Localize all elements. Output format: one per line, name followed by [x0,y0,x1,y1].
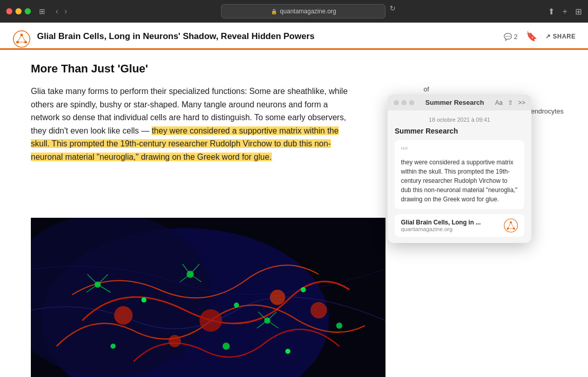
traffic-lights [6,8,31,14]
note-source-url: quantamagazine.org [401,226,499,232]
svg-point-16 [141,297,146,303]
quanta-logo [12,30,31,48]
note-quote-text: they were considered a supportive matrix… [401,158,518,204]
comment-number: 2 [514,33,518,41]
note-notebook-name: Summer Research [395,127,524,135]
caption-prefix: of [424,84,573,95]
article-image [31,218,385,377]
share-note-icon[interactable]: ⇧ [508,99,513,106]
lock-icon: 🔒 [271,9,277,14]
svg-point-18 [234,303,239,308]
toolbar-right: ⬆ ＋ ⊞ [548,6,582,17]
close-button[interactable] [6,8,12,14]
share-icon[interactable]: ⬆ [548,7,555,16]
svg-point-23 [223,343,230,350]
forward-button[interactable]: › [62,6,69,17]
note-dot-2[interactable] [401,100,407,105]
sidebar-toggle-icon[interactable]: ⊞ [39,7,45,15]
note-source-title: Glial Brain Cells, Long in ... [401,219,499,226]
nav-arrows: ‹ › [53,6,69,17]
svg-line-5 [22,35,26,42]
tabs-overview-icon[interactable]: ⊞ [575,7,582,16]
share-label: SHARE [553,33,576,40]
fullscreen-button[interactable] [25,8,31,14]
svg-point-25 [504,219,518,232]
article-header: Glial Brain Cells, Long in Neurons' Shad… [0,23,588,50]
svg-line-29 [508,222,511,229]
article-header-left: Glial Brain Cells, Long in Neurons' Shad… [12,30,315,48]
article-content: More Than Just 'Glue' Glia take many for… [0,50,380,176]
note-panel: Summer Research Aa ⇧ >> 18 octobre 2021 … [388,95,531,243]
note-panel-dots [394,100,414,105]
minimize-button[interactable] [15,8,22,14]
svg-point-22 [111,344,116,349]
svg-line-4 [17,35,22,42]
note-source-logo [504,218,518,233]
note-date: 18 octobre 2021 à 09:41 [395,117,524,123]
title-bar: ⊞ ‹ › 🔒 quantamagazine.org ↻ ⬆ ＋ ⊞ [0,0,588,23]
article-container: Glial Brain Cells, Long in Neurons' Shad… [0,23,588,377]
article-header-right: 💬 2 🔖 ↗ SHARE [504,31,576,47]
note-panel-title: Summer Research [418,99,491,106]
svg-line-30 [511,222,514,229]
note-panel-body: 18 octobre 2021 à 09:41 Summer Research … [388,110,531,243]
note-quote-block: ““ they were considered a supportive mat… [395,140,524,209]
comment-icon: 💬 [504,33,512,41]
back-button[interactable]: ‹ [53,6,60,17]
share-arrow-icon: ↗ [545,33,551,40]
note-source[interactable]: Glial Brain Cells, Long in ... quantamag… [395,214,524,237]
font-size-button[interactable]: Aa [495,99,503,106]
svg-point-21 [336,323,342,329]
url-text: quantamagazine.org [280,8,336,15]
address-bar: 🔒 quantamagazine.org ↻ [74,4,544,18]
svg-point-13 [169,335,181,347]
note-quote-mark: ““ [401,145,518,156]
note-source-info: Glial Brain Cells, Long in ... quantamag… [401,219,499,232]
refresh-button[interactable]: ↻ [390,4,396,18]
svg-point-0 [13,31,30,47]
expand-note-button[interactable]: >> [518,99,525,106]
comment-count[interactable]: 💬 2 [504,33,518,41]
note-panel-titlebar: Summer Research Aa ⇧ >> [388,95,531,110]
share-button[interactable]: ↗ SHARE [545,33,576,40]
section-title: More Than Just 'Glue' [31,62,350,76]
svg-point-24 [285,349,290,354]
note-panel-actions: Aa ⇧ >> [495,99,525,106]
new-tab-icon[interactable]: ＋ [561,6,569,17]
note-dot-1[interactable] [394,100,399,105]
bookmark-icon[interactable]: 🔖 [526,31,537,42]
url-input[interactable]: 🔒 quantamagazine.org [221,4,385,18]
svg-point-11 [199,309,222,332]
svg-point-10 [114,306,133,325]
article-title: Glial Brain Cells, Long in Neurons' Shad… [37,31,315,47]
article-body: Glia take many forms to perform their sp… [31,85,350,164]
note-dot-3[interactable] [409,100,414,105]
svg-point-14 [310,302,327,318]
